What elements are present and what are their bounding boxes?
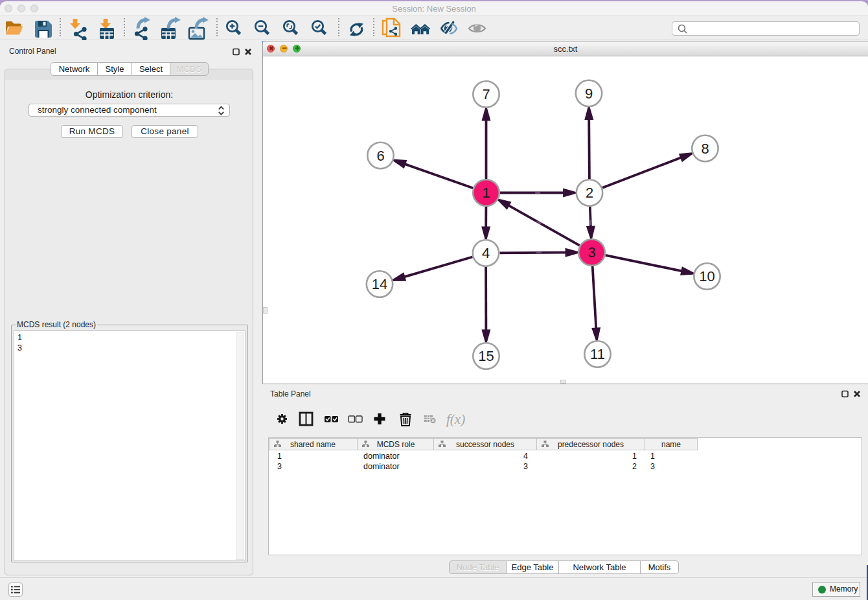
svg-text:3: 3 — [277, 462, 282, 471]
svg-text:name: name — [661, 440, 681, 449]
svg-text:7: 7 — [482, 86, 490, 102]
svg-text:1: 1 — [632, 452, 637, 461]
svg-text:1: 1 — [650, 452, 655, 461]
svg-text:1: 1 — [482, 185, 490, 201]
svg-text:2: 2 — [586, 185, 593, 201]
svg-text:f(x): f(x) — [446, 411, 465, 427]
svg-text:predecessor nodes: predecessor nodes — [558, 440, 624, 449]
svg-text:dominator: dominator — [363, 462, 400, 471]
svg-text:6: 6 — [376, 148, 384, 164]
svg-text:dominator: dominator — [363, 452, 400, 461]
svg-text:4: 4 — [482, 245, 490, 261]
svg-text:9: 9 — [585, 86, 593, 102]
svg-text:shared name: shared name — [290, 440, 336, 449]
svg-text:MCDS role: MCDS role — [377, 440, 415, 449]
svg-text:1: 1 — [277, 452, 282, 461]
svg-text:11: 11 — [590, 346, 605, 362]
svg-text:3: 3 — [650, 462, 655, 471]
svg-text:3: 3 — [588, 244, 595, 260]
svg-text:15: 15 — [478, 348, 494, 364]
svg-text:successor nodes: successor nodes — [456, 440, 514, 449]
svg-text:14: 14 — [372, 276, 387, 292]
svg-text:3: 3 — [523, 462, 528, 471]
svg-text:4: 4 — [523, 452, 528, 461]
svg-text:10: 10 — [699, 268, 714, 284]
svg-text:8: 8 — [701, 141, 709, 157]
svg-text:2: 2 — [632, 462, 637, 471]
